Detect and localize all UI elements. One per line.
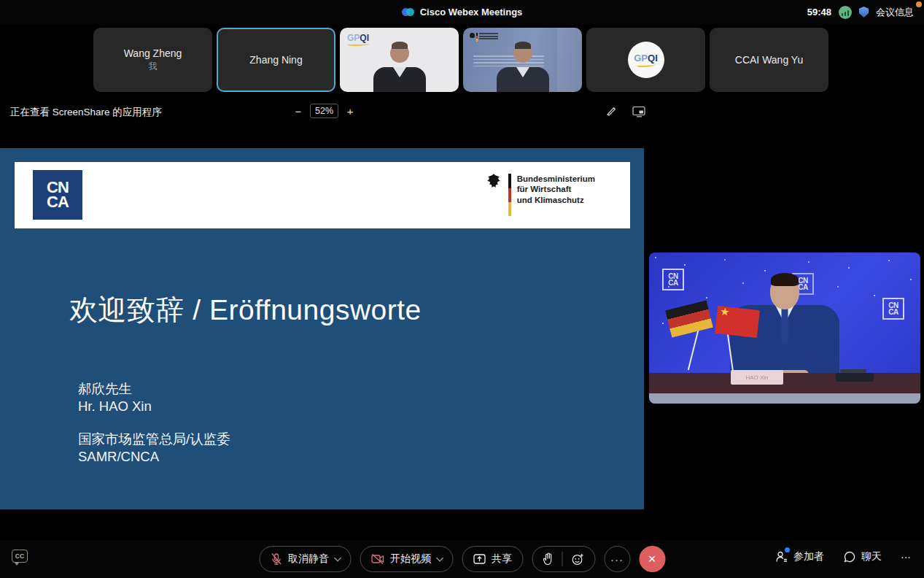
- gpqi-logo-text: GP: [347, 33, 360, 43]
- share-screen-icon: [473, 553, 486, 565]
- chat-button[interactable]: 聊天: [843, 550, 882, 563]
- bmwk-logo: [470, 33, 498, 42]
- cnca-watermark: CNCA: [662, 269, 684, 290]
- more-options-button[interactable]: ···: [604, 546, 630, 572]
- participant-silhouette: [513, 44, 532, 63]
- participant-silhouette: [373, 67, 426, 92]
- chat-bubble-icon: [843, 550, 856, 563]
- meeting-toolbar: CC 取消静音 开始视频 共享: [0, 540, 924, 578]
- pip-view-icon[interactable]: [632, 106, 646, 117]
- leave-meeting-button[interactable]: ×: [639, 546, 665, 572]
- camera-off-icon: [370, 553, 384, 565]
- speaker-head: [770, 276, 799, 309]
- participant-tile-video-bmwk[interactable]: [463, 28, 582, 92]
- participant-tile-gpqi-avatar[interactable]: GPQI: [586, 28, 705, 92]
- app-title: Cisco Webex Meetings: [420, 7, 523, 18]
- cnca-logo: CN CA: [33, 170, 82, 220]
- reactions-smiley-icon[interactable]: [571, 552, 584, 566]
- unmute-button[interactable]: 取消静音: [259, 546, 351, 572]
- slide-title: 欢迎致辞 / Eröffnungsworte: [69, 290, 422, 330]
- reactions-pill: [532, 546, 595, 572]
- annotate-icon[interactable]: [605, 105, 618, 117]
- closed-captions-button[interactable]: CC: [12, 550, 28, 563]
- german-flag: [665, 301, 713, 338]
- participant-silhouette: [390, 44, 409, 63]
- zoom-out-button[interactable]: −: [293, 105, 303, 117]
- divider: [562, 552, 562, 566]
- gpqi-avatar: GPQI: [628, 42, 664, 78]
- share-label: 共享: [492, 552, 512, 566]
- participant-name: CCAI Wang Yu: [735, 54, 803, 66]
- slide-header: CN CA Bundesministerium für Wirtschaft u…: [15, 162, 630, 228]
- background-text-decoration: [473, 55, 544, 66]
- speaker-org-en: SAMR/CNCA: [78, 448, 230, 466]
- speaker-name-de: Hr. HAO Xin: [78, 398, 230, 415]
- flag-pole: [688, 328, 699, 371]
- shared-content-stage: CN CA Bundesministerium für Wirtschaft u…: [0, 123, 924, 540]
- background-graphic: [557, 28, 582, 92]
- shield-icon: [859, 7, 869, 18]
- desk: [649, 373, 920, 393]
- bmwk-ministry-logo: Bundesministerium für Wirtschaft und Kli…: [485, 172, 595, 216]
- name-plate: HAO Xin: [731, 370, 783, 385]
- os-title-bar: Cisco Webex Meetings 59:48 会议信息: [0, 0, 924, 24]
- speaker-org-cn: 国家市场监管总局/认监委: [78, 431, 230, 448]
- slide-speaker-block: 郝欣先生 Hr. HAO Xin 国家市场监管总局/认监委 SAMR/CNCA: [78, 380, 230, 466]
- connection-quality-icon[interactable]: [839, 6, 852, 19]
- zoom-in-button[interactable]: +: [345, 105, 355, 117]
- participants-notification-dot: [785, 547, 790, 552]
- participant-tile-ccai-wang-yu[interactable]: CCAI Wang Yu: [710, 28, 828, 92]
- ministry-name-line: und Klimaschutz: [517, 195, 595, 205]
- participant-self-label: 我: [149, 61, 158, 73]
- participant-tile-zhang-ning-active[interactable]: Zhang Ning: [217, 28, 335, 92]
- participant-silhouette: [497, 67, 549, 92]
- cnca-watermark: CNCA: [882, 298, 904, 320]
- chat-label: 聊天: [861, 550, 882, 563]
- notification-dot: [916, 1, 922, 7]
- cnca-logo-text: CA: [47, 195, 69, 209]
- participant-filmstrip: Wang Zheng 我 Zhang Ning GPQI GPQI CCAI W…: [93, 28, 828, 92]
- chevron-down-icon[interactable]: [436, 554, 443, 561]
- books-on-desk: [836, 373, 874, 382]
- speaker-name-cn: 郝欣先生: [78, 380, 230, 398]
- webex-logo-icon: [402, 7, 415, 17]
- participants-label: 参加者: [793, 550, 824, 563]
- participants-button[interactable]: 参加者: [775, 550, 824, 563]
- participant-tile-wang-zheng[interactable]: Wang Zheng 我: [93, 28, 212, 92]
- unmute-label: 取消静音: [288, 552, 329, 566]
- gpqi-logo-text: QI: [648, 53, 658, 63]
- gpqi-logo-text: QI: [360, 33, 369, 43]
- german-flag-stripe: [508, 174, 511, 216]
- start-video-label: 开始视频: [390, 552, 431, 566]
- start-video-button[interactable]: 开始视频: [360, 546, 453, 572]
- raise-hand-icon[interactable]: [543, 552, 553, 566]
- ministry-name-line: für Wirtschaft: [517, 184, 595, 194]
- share-button[interactable]: 共享: [462, 546, 523, 572]
- floating-speaker-video[interactable]: CNCA CNCA CNCA ★ HAO Xin: [649, 253, 920, 404]
- shared-screen-slide: CN CA Bundesministerium für Wirtschaft u…: [0, 148, 644, 509]
- share-control-bar: 正在查看 ScreenShare 的应用程序 − 52% +: [0, 102, 924, 123]
- share-status-text: 正在查看 ScreenShare 的应用程序: [10, 106, 162, 119]
- participant-name: Zhang Ning: [249, 54, 302, 66]
- gpqi-logo: GPQI: [347, 34, 369, 46]
- participant-tile-video-gpqi[interactable]: GPQI: [340, 28, 459, 92]
- meeting-timer: 59:48: [807, 7, 831, 18]
- zoom-level-value[interactable]: 52%: [310, 104, 338, 118]
- chinese-flag: ★: [715, 306, 760, 338]
- ministry-name-line: Bundesministerium: [517, 174, 595, 184]
- desk-edge: [649, 393, 920, 404]
- federal-eagle-icon: [485, 172, 502, 191]
- participant-name: Wang Zheng: [124, 47, 182, 59]
- more-panels-button[interactable]: ···: [901, 551, 911, 563]
- gpqi-logo-text: GP: [634, 53, 648, 63]
- meeting-info-button[interactable]: 会议信息: [876, 6, 914, 19]
- mic-muted-icon: [270, 552, 282, 566]
- chevron-down-icon[interactable]: [334, 554, 341, 561]
- starfield-decoration: [655, 257, 656, 258]
